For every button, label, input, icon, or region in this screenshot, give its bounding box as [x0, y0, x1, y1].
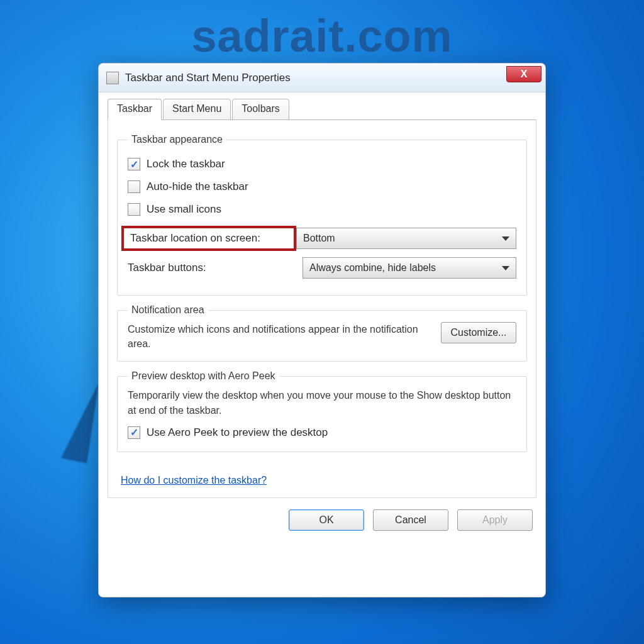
row-small-icons: Use small icons	[128, 203, 516, 216]
row-taskbar-location: Taskbar location on screen: Bottom	[128, 226, 516, 251]
tab-label: Taskbar	[117, 103, 152, 114]
checkbox-aero-peek[interactable]: ✓	[128, 426, 140, 439]
tab-toolbars[interactable]: Toolbars	[232, 99, 289, 120]
tab-label: Start Menu	[172, 103, 221, 114]
customize-button[interactable]: Customize...	[441, 322, 516, 343]
row-aero-peek: ✓ Use Aero Peek to preview the desktop	[128, 426, 516, 439]
checkbox-small-icons[interactable]	[128, 203, 140, 216]
button-label: Cancel	[395, 514, 426, 526]
cancel-button[interactable]: Cancel	[373, 509, 448, 531]
row-lock-taskbar: ✓ Lock the taskbar	[128, 158, 516, 170]
footer-buttons: OK Cancel Apply	[108, 509, 536, 531]
decorative-flare	[61, 378, 104, 464]
chevron-down-icon	[502, 266, 509, 270]
aero-description: Temporarily view the desktop when you mo…	[128, 388, 516, 417]
tab-start-menu[interactable]: Start Menu	[163, 99, 231, 120]
ok-button[interactable]: OK	[289, 509, 364, 531]
group-taskbar-appearance: Taskbar appearance ✓ Lock the taskbar Au…	[117, 134, 527, 296]
tabstrip: Taskbar Start Menu Toolbars	[108, 99, 536, 120]
row-taskbar-buttons: Taskbar buttons: Always combine, hide la…	[128, 257, 516, 279]
tab-label: Toolbars	[242, 103, 279, 114]
select-value: Always combine, hide labels	[309, 262, 436, 274]
select-value: Bottom	[303, 233, 335, 244]
checkbox-lock-taskbar[interactable]: ✓	[128, 158, 140, 170]
row-autohide: Auto-hide the taskbar	[128, 180, 516, 193]
group-legend: Preview desktop with Aero Peek	[128, 370, 279, 382]
desktop-background: sadrait.com Taskbar and Start Menu Prope…	[0, 0, 644, 644]
notification-row: Customize which icons and notifications …	[128, 322, 516, 351]
notification-description: Customize which icons and notifications …	[128, 322, 432, 351]
checkbox-label: Auto-hide the taskbar	[147, 180, 248, 193]
close-button[interactable]: X	[506, 66, 541, 82]
checkbox-label: Lock the taskbar	[147, 158, 225, 170]
label-taskbar-location: Taskbar location on screen:	[121, 226, 296, 251]
titlebar[interactable]: Taskbar and Start Menu Properties X	[99, 64, 545, 92]
select-taskbar-buttons[interactable]: Always combine, hide labels	[303, 257, 516, 279]
select-taskbar-location[interactable]: Bottom	[296, 228, 516, 249]
apply-button[interactable]: Apply	[457, 509, 533, 531]
checkbox-label: Use small icons	[147, 203, 221, 216]
checkbox-label: Use Aero Peek to preview the desktop	[147, 426, 328, 439]
button-label: OK	[319, 514, 333, 526]
close-icon: X	[521, 69, 528, 80]
client-area: Taskbar Start Menu Toolbars Taskbar appe…	[99, 92, 545, 597]
checkbox-autohide[interactable]	[128, 180, 140, 193]
chevron-down-icon	[502, 236, 509, 241]
help-link[interactable]: How do I customize the taskbar?	[121, 475, 267, 486]
group-aero-peek: Preview desktop with Aero Peek Temporari…	[117, 370, 527, 452]
group-notification-area: Notification area Customize which icons …	[117, 304, 527, 362]
tab-panel-taskbar: Taskbar appearance ✓ Lock the taskbar Au…	[108, 119, 536, 498]
group-legend: Taskbar appearance	[128, 134, 226, 145]
label-taskbar-buttons: Taskbar buttons:	[128, 262, 303, 274]
button-label: Apply	[482, 514, 508, 526]
watermark-text: sadrait.com	[0, 10, 644, 62]
button-label: Customize...	[451, 327, 507, 338]
window-icon	[106, 72, 119, 84]
tab-taskbar[interactable]: Taskbar	[108, 99, 162, 120]
window-title: Taskbar and Start Menu Properties	[125, 72, 291, 84]
properties-window: Taskbar and Start Menu Properties X Task…	[98, 63, 546, 597]
group-legend: Notification area	[128, 304, 208, 316]
